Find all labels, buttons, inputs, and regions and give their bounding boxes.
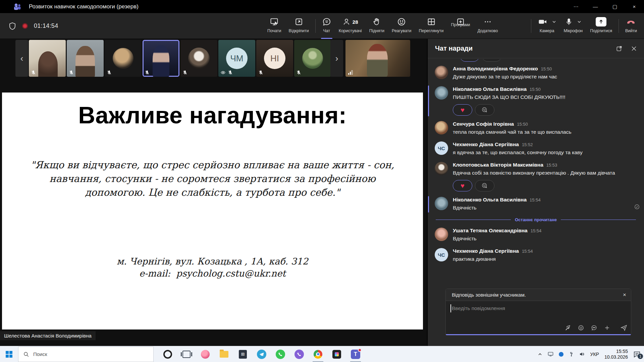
chat-message[interactable]: ЧС Чехменко Діана Сергіївна15:54 практик… <box>428 245 644 266</box>
slide-address: м. Чернігів, вул. Козацька , 1А, каб. 31… <box>2 256 423 266</box>
unpin-button[interactable]: Відкріпити <box>285 13 313 39</box>
send-icon[interactable] <box>620 324 628 331</box>
share-up-icon <box>596 17 606 26</box>
chat-message[interactable]: Сенчура Софія Ігорівна15:50 тепла погода… <box>428 118 644 139</box>
message-time: 15:50 <box>541 66 552 71</box>
raise-hand-button[interactable]: Підняти <box>366 13 388 39</box>
chat-message[interactable]: Ніколаєнко Ольга Василівна15:50 ПИШІТЬ С… <box>428 83 644 118</box>
message-time: 15:54 <box>530 197 541 202</box>
teams-taskbar-button[interactable]: T <box>346 346 365 362</box>
format-icon[interactable] <box>565 324 571 331</box>
usb-tray-icon[interactable] <box>569 352 574 357</box>
filmstrip-prev-button[interactable]: ‹ <box>15 40 28 77</box>
filmstrip-next-button[interactable]: › <box>330 40 343 77</box>
telegram-button[interactable] <box>252 346 271 362</box>
mic-off-icon <box>107 70 112 75</box>
message-text: Дуже дякуємо за те що приділяєте нам час <box>453 73 557 81</box>
video-tile[interactable] <box>294 40 331 77</box>
display-tray-icon[interactable] <box>548 352 553 357</box>
start-button[interactable] <box>0 346 18 362</box>
unpin-icon <box>294 17 304 26</box>
calculator-button[interactable]: ⊞ <box>233 346 252 362</box>
heart-reaction-button[interactable]: ♥ <box>453 180 472 191</box>
taskbar-search[interactable] <box>18 347 154 362</box>
emoji-icon[interactable] <box>578 324 584 331</box>
message-time: 15:54 <box>522 249 533 254</box>
avatar-initials: НІ <box>264 48 285 69</box>
read-receipt-icon <box>634 204 640 210</box>
text-caret <box>450 304 451 312</box>
compose-box: Відповідь зовнішнім учасникам. × <box>445 289 631 335</box>
ellipsis-icon <box>483 17 492 26</box>
message-time: 15:52 <box>522 142 533 147</box>
message-author: Чехменко Діана Сергіївна <box>453 141 519 147</box>
mic-off-icon <box>228 70 233 75</box>
camera-button[interactable]: Камера <box>534 13 560 39</box>
attach-plus-icon[interactable] <box>604 324 610 331</box>
notification-center-button[interactable]: 1 <box>633 351 641 358</box>
teams-meeting-window: T Розвиток навичок самодопомоги (резерв)… <box>0 0 644 362</box>
start-share-button[interactable]: Почати <box>264 13 285 39</box>
mic-button[interactable]: Мікрофон <box>560 13 587 39</box>
share-button[interactable]: Поділитися <box>586 13 616 39</box>
mic-chevron-icon[interactable] <box>577 19 582 24</box>
bluetooth-tray-icon[interactable] <box>559 352 564 357</box>
react-button[interactable]: Реагувати <box>388 13 415 39</box>
window-close-button[interactable]: × <box>625 0 644 13</box>
avatar-initials: ЧМ <box>226 48 248 69</box>
mic-off-icon <box>258 70 263 75</box>
add-reaction-button[interactable] <box>475 180 494 191</box>
teams-logo-icon: T <box>13 2 21 11</box>
chat-button[interactable]: Чат <box>318 13 335 39</box>
banner-close-icon[interactable]: × <box>623 292 626 298</box>
whatsapp-button[interactable] <box>271 346 290 362</box>
popout-icon[interactable] <box>616 45 623 52</box>
video-tile[interactable] <box>105 40 142 77</box>
chat-message[interactable]: Анна Володимирівна Федоренко15:50 Дуже д… <box>428 63 644 83</box>
gif-icon[interactable] <box>591 324 597 331</box>
taskbar-app-ring[interactable] <box>158 346 177 362</box>
video-tile[interactable] <box>29 40 66 77</box>
heart-reaction-button[interactable]: ♥ <box>453 104 472 116</box>
video-tile[interactable]: НІ <box>256 40 293 77</box>
clock[interactable]: 15:55 10.03.2026 <box>604 349 628 360</box>
video-tile[interactable] <box>67 40 104 77</box>
close-icon[interactable] <box>631 45 637 52</box>
volume-tray-icon[interactable] <box>579 352 585 357</box>
chrome-button[interactable] <box>309 346 327 362</box>
camera-chevron-icon[interactable] <box>552 19 556 24</box>
view-button[interactable]: Переглянути <box>415 13 447 39</box>
apps-button[interactable]: Програми <box>447 13 474 39</box>
chat-message[interactable]: Ушата Тетяна Олександрівна15:54 Вдячніст… <box>428 225 644 245</box>
title-bar: T Розвиток навичок самодопомоги (резерв)… <box>0 0 644 13</box>
video-tile-active-speaker[interactable] <box>143 40 179 77</box>
video-tile[interactable] <box>180 40 217 77</box>
task-view-button[interactable] <box>177 346 196 362</box>
file-explorer-button[interactable] <box>215 346 233 362</box>
participants-button[interactable]: 28 Користувачі <box>335 13 366 39</box>
message-author: Анна Володимирівна Федоренко <box>453 66 538 71</box>
window-more-button[interactable]: ⋯ <box>566 0 586 13</box>
leave-button[interactable]: Вийти <box>622 13 641 39</box>
search-input[interactable] <box>33 351 134 357</box>
video-tile[interactable]: ЧМ <box>218 40 255 77</box>
add-reaction-button[interactable] <box>475 104 494 116</box>
chat-message[interactable]: Ніколаєнко Ольга Василівна15:54 Вдячніст… <box>428 194 644 215</box>
window-maximize-button[interactable]: ▢ <box>605 0 625 13</box>
taskbar-app-pink[interactable] <box>196 346 215 362</box>
media-app-button[interactable] <box>327 346 346 362</box>
window-minimize-button[interactable]: — <box>586 0 605 13</box>
video-tile-large[interactable] <box>345 40 410 77</box>
viber-button[interactable] <box>290 346 309 362</box>
hidden-icons-chevron[interactable] <box>538 352 542 357</box>
slide-title: Важливе нагадування: <box>2 102 423 129</box>
message-input[interactable] <box>452 303 627 314</box>
more-options-button[interactable]: Додатково <box>474 13 501 39</box>
language-indicator[interactable]: УКР <box>590 352 599 357</box>
chat-message[interactable]: ЧС Чехменко Діана Сергіївна15:52 я вдячн… <box>428 139 644 159</box>
chat-message[interactable]: Клопотовська Вікторія Максимівна15:53 Вд… <box>428 159 644 194</box>
smiley-plus-icon <box>481 182 488 189</box>
raise-hand-icon <box>372 17 381 26</box>
message-time: 15:53 <box>546 163 557 168</box>
chat-message-list[interactable]: ♥ Анна Володимирівна Федоренко15:50 Дуже… <box>428 58 644 289</box>
